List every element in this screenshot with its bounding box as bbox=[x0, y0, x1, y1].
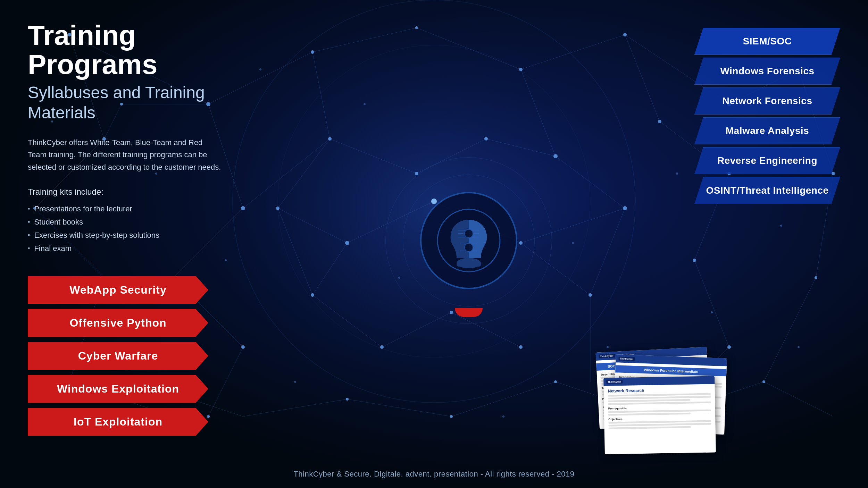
siem-soc-button[interactable]: SIEM/SOC bbox=[694, 28, 840, 55]
brain-puzzle-icon bbox=[434, 206, 503, 275]
doc-title-3: Network Research bbox=[608, 387, 711, 394]
windows-exploitation-button[interactable]: Windows Exploitation bbox=[28, 375, 208, 403]
osint-threat-intelligence-button[interactable]: OSINT/Threat Intelligence bbox=[694, 177, 840, 204]
main-container: Training Programs Syllabuses and Trainin… bbox=[0, 0, 868, 488]
doc-title-2: Windows Forensics Intermediate bbox=[615, 365, 727, 376]
brain-circle bbox=[420, 192, 517, 289]
doc-header-2: ThinkCyber bbox=[616, 354, 727, 366]
page-title: Training Programs bbox=[28, 21, 243, 79]
svg-point-117 bbox=[465, 229, 473, 238]
red-accent-arc bbox=[455, 308, 483, 317]
document-previews: ThinkCyber All of Nile Silos SOC Operati… bbox=[608, 342, 719, 453]
network-forensics-button[interactable]: Network Forensics bbox=[694, 87, 840, 115]
kit-item-3: Exercises with step-by-step solutions bbox=[28, 229, 243, 242]
doc-logo-2: ThinkCyber bbox=[618, 356, 635, 361]
iot-exploitation-button[interactable]: IoT Exploitation bbox=[28, 408, 208, 436]
reverse-engineering-button[interactable]: Reverse Engineering bbox=[694, 147, 840, 174]
footer: ThinkCyber & Secure. Digitale. advent. p… bbox=[0, 460, 868, 488]
top-area: Training Programs Syllabuses and Trainin… bbox=[0, 0, 868, 460]
left-panel: Training Programs Syllabuses and Trainin… bbox=[28, 21, 243, 460]
svg-rect-130 bbox=[457, 261, 481, 267]
training-kits-title: Training kits include: bbox=[28, 187, 243, 197]
doc-card-network: ThinkCyber Network Research Pre-requisit… bbox=[603, 376, 716, 454]
doc-header-3: ThinkCyber bbox=[603, 376, 715, 386]
kit-item-4: Final exam bbox=[28, 242, 243, 255]
windows-forensics-button[interactable]: Windows Forensics bbox=[694, 58, 840, 85]
offensive-python-button[interactable]: Offensive Python bbox=[28, 309, 208, 337]
circle-container bbox=[382, 154, 556, 327]
doc-logo-1: ThinkCyber bbox=[599, 354, 615, 358]
page-description: ThinkCyber offers White-Team, Blue-Team … bbox=[28, 136, 222, 173]
kit-item-2: Student books bbox=[28, 216, 243, 229]
malware-analysis-button[interactable]: Malware Analysis bbox=[694, 117, 840, 144]
doc-logo-3: ThinkCyber bbox=[606, 380, 623, 384]
left-buttons: WebApp Security Offensive Python Cyber W… bbox=[28, 276, 243, 436]
svg-point-118 bbox=[465, 243, 473, 252]
training-kits-list: Presentations for the lecturer Student b… bbox=[28, 202, 243, 255]
cyber-warfare-button[interactable]: Cyber Warfare bbox=[28, 342, 208, 370]
webapp-security-button[interactable]: WebApp Security bbox=[28, 276, 208, 304]
footer-text: ThinkCyber & Secure. Digitale. advent. p… bbox=[293, 470, 574, 479]
kit-item-1: Presentations for the lecturer bbox=[28, 202, 243, 216]
page-subtitle: Syllabuses and Training Materials bbox=[28, 83, 243, 123]
